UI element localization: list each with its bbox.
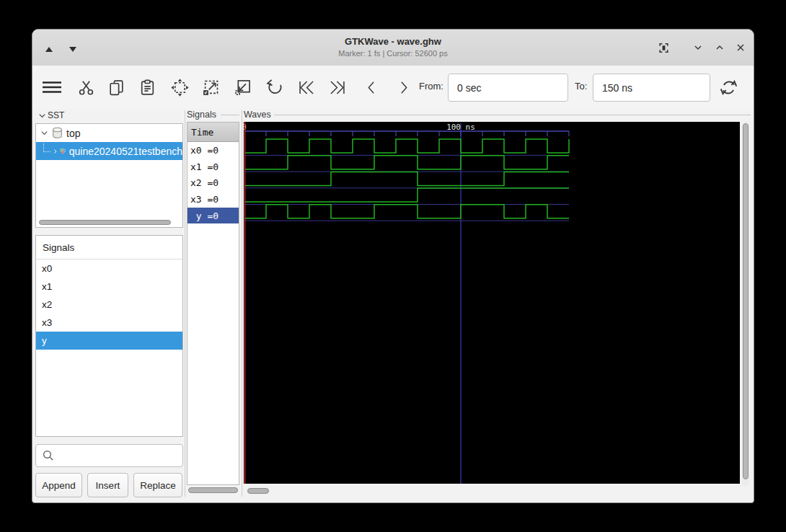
names-hscrollbar[interactable]: [188, 487, 238, 493]
signals-list-item-x3[interactable]: x3: [36, 314, 182, 332]
waveform-display[interactable]: 0100 ns: [244, 122, 740, 484]
module-icon: [60, 146, 66, 156]
step-right-icon[interactable]: [390, 74, 416, 100]
wave-signal-row-x2[interactable]: x2 =0: [187, 174, 239, 191]
from-input[interactable]: [448, 74, 568, 102]
svg-text:100 ns: 100 ns: [446, 123, 475, 132]
waves-vscrollbar-thumb[interactable]: [743, 123, 749, 479]
sst-tree: top quine20240521testbench: [35, 123, 183, 228]
close-icon[interactable]: [732, 39, 749, 56]
toolbar: From: To:: [32, 66, 754, 109]
pane-splitter-right[interactable]: [242, 110, 242, 497]
step-left-icon[interactable]: [358, 74, 384, 100]
tree-connector: [43, 143, 50, 152]
signals-list-item-x2[interactable]: x2: [36, 296, 182, 314]
reload-icon[interactable]: [715, 74, 741, 100]
zoom-out-icon[interactable]: [229, 74, 255, 100]
zoom-fit-icon[interactable]: [167, 74, 193, 100]
gtkwave-window: GTKWave - wave.ghw Marker: 1 fs | Cursor…: [32, 29, 754, 503]
from-label: From:: [419, 81, 443, 92]
wave-signal-row-x1[interactable]: x1 =0: [187, 159, 239, 175]
go-to-start-icon[interactable]: [293, 74, 319, 100]
cylinder-icon: [52, 127, 63, 139]
names-frame-label: Signals: [187, 110, 216, 120]
window-title: GTKWave - wave.ghw: [32, 36, 754, 47]
search-icon: [42, 449, 55, 462]
names-frame-line: [221, 115, 239, 115]
insert-button[interactable]: Insert: [87, 473, 128, 497]
tree-item-label: quine20240521testbench: [69, 146, 182, 157]
fullscreen-icon[interactable]: [655, 39, 672, 56]
wave-signal-row-x3[interactable]: x3 =0: [187, 191, 239, 208]
signals-list-item-x0[interactable]: x0: [36, 260, 182, 278]
signals-list-header: Signals: [36, 236, 182, 260]
wave-names-panel: Time x0 =0x1 =0x2 =0x3 =0 y =0: [187, 122, 239, 485]
sst-header[interactable]: SST: [38, 110, 64, 120]
pane-splitter-left[interactable]: [185, 110, 185, 497]
titlebar[interactable]: GTKWave - wave.ghw Marker: 1 fs | Cursor…: [32, 30, 754, 66]
desktop: GTKWave - wave.ghw Marker: 1 fs | Cursor…: [0, 0, 786, 532]
marker-cursor-status: Marker: 1 fs | Cursor: 52600 ps: [32, 49, 754, 58]
undo-icon[interactable]: [261, 74, 287, 100]
tree-hscrollbar[interactable]: [39, 220, 171, 225]
minimize-icon[interactable]: [689, 39, 707, 56]
tree-item-testbench[interactable]: quine20240521testbench: [36, 142, 182, 160]
signals-list-item-y[interactable]: y: [36, 332, 182, 350]
signals-list: x0x1x2x3y: [36, 260, 182, 350]
copy-icon[interactable]: [103, 74, 129, 100]
expander-right-icon[interactable]: [53, 147, 57, 156]
search-input[interactable]: [35, 444, 183, 467]
signals-list-item-x1[interactable]: x1: [36, 278, 182, 296]
time-header: Time: [187, 123, 239, 142]
to-input[interactable]: [593, 74, 710, 102]
waves-frame-line: [274, 115, 751, 115]
paste-icon[interactable]: [134, 74, 160, 100]
tree-item-label: top: [66, 128, 80, 139]
replace-button[interactable]: Replace: [133, 473, 182, 497]
wave-signal-row-x0[interactable]: x0 =0: [187, 142, 239, 159]
collapse-chevron-icon: [38, 112, 46, 120]
waves-frame-label: Waves: [244, 110, 271, 120]
zoom-in-icon[interactable]: [198, 74, 224, 100]
waveform-svg: 0100 ns: [244, 122, 740, 484]
append-button[interactable]: Append: [35, 473, 82, 497]
menu-icon[interactable]: [39, 74, 65, 100]
tree-item-top[interactable]: top: [36, 124, 182, 142]
sst-label: SST: [48, 110, 64, 120]
waves-hscrollbar[interactable]: [247, 488, 269, 494]
wave-signal-row-y[interactable]: y =0: [187, 208, 239, 224]
expander-down-icon[interactable]: [40, 129, 48, 137]
signal-search: [35, 444, 183, 467]
signals-list-panel: Signals x0x1x2x3y: [35, 235, 183, 437]
go-to-end-icon[interactable]: [324, 74, 350, 100]
wave-names-rows: x0 =0x1 =0x2 =0x3 =0 y =0: [187, 142, 239, 223]
to-label: To:: [575, 81, 587, 92]
cut-icon[interactable]: [73, 74, 99, 100]
maximize-icon[interactable]: [711, 39, 728, 56]
